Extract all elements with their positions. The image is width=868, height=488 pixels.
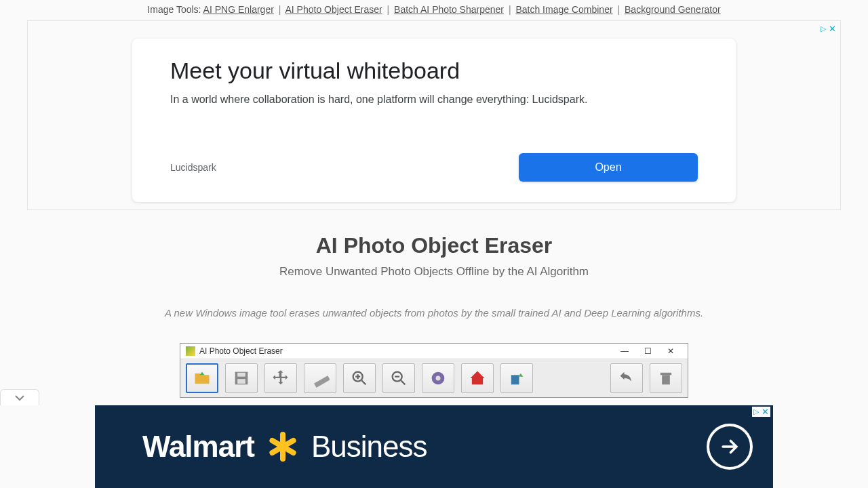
tool-link-png-enlarger[interactable]: AI PNG Enlarger	[203, 4, 274, 15]
gear-icon	[429, 369, 448, 388]
separator: |	[385, 4, 392, 15]
home-button	[461, 363, 494, 393]
ruler-icon	[311, 369, 330, 388]
tool-link-object-eraser[interactable]: AI Photo Object Eraser	[285, 4, 382, 15]
bottom-banner-ad[interactable]: ▷ ✕ Walmart Business	[95, 405, 773, 488]
business-text: Business	[311, 430, 427, 464]
app-screenshot: AI Photo Object Eraser — ☐ ✕	[180, 343, 688, 398]
save-icon	[232, 369, 251, 388]
open-file-button	[186, 363, 218, 393]
ad-open-button[interactable]: Open	[519, 153, 698, 182]
adchoices-icon[interactable]: ▷	[753, 407, 759, 416]
zoom-in-button	[343, 363, 376, 393]
close-ad-icon[interactable]: ✕	[762, 407, 769, 417]
move-button	[264, 363, 297, 393]
undo-icon	[617, 369, 636, 388]
save-button	[225, 363, 258, 393]
tools-label: Image Tools:	[147, 4, 201, 15]
walmart-text: Walmart	[142, 430, 254, 464]
folder-open-icon	[193, 369, 212, 388]
app-titlebar: AI Photo Object Eraser — ☐ ✕	[180, 344, 688, 359]
zoom-out-button	[382, 363, 415, 393]
page-subtitle: Remove Unwanted Photo Objects Offline by…	[0, 265, 868, 279]
tool-link-bg-generator[interactable]: Background Generator	[625, 4, 721, 15]
separator: |	[616, 4, 623, 15]
close-ad-icon[interactable]: ✕	[829, 24, 836, 34]
move-arrows-icon	[271, 369, 290, 388]
package-upload-icon	[507, 369, 526, 388]
collapse-ad-button[interactable]	[0, 389, 39, 405]
walmart-business-logo: Walmart Business	[142, 428, 427, 466]
walmart-spark-icon	[264, 428, 302, 466]
svg-rect-3	[314, 375, 330, 388]
ruler-button	[304, 363, 336, 393]
ad-bottom-row: Lucidspark Open	[170, 153, 698, 182]
chevron-down-icon	[14, 394, 25, 401]
bottom-ad-controls: ▷ ✕	[752, 407, 770, 417]
bottom-ad-container: ▷ ✕ Walmart Business	[0, 405, 868, 488]
arrow-right-icon	[718, 435, 741, 458]
update-button	[500, 363, 533, 393]
ad-controls: ▷ ✕	[821, 24, 836, 34]
undo-button	[610, 363, 643, 393]
adchoices-icon[interactable]: ▷	[821, 24, 826, 33]
minimize-icon: —	[613, 346, 636, 356]
ad-description: In a world where collaboration is hard, …	[170, 94, 698, 106]
zoom-in-icon	[350, 369, 369, 388]
page-title: AI Photo Object Eraser	[0, 233, 868, 258]
settings-button	[422, 363, 454, 393]
delete-button	[650, 363, 682, 393]
zoom-out-icon	[389, 369, 408, 388]
svg-point-7	[436, 376, 441, 381]
tool-link-image-combiner[interactable]: Batch Image Combiner	[515, 4, 612, 15]
page-tagline: A new Windows image tool erases unwanted…	[0, 307, 868, 319]
close-icon: ✕	[659, 346, 682, 356]
top-ad-container: ▷ ✕ Meet your virtual whiteboard In a wo…	[27, 20, 841, 210]
ad-arrow-button[interactable]	[707, 424, 753, 470]
app-icon	[186, 346, 195, 356]
svg-rect-9	[662, 375, 670, 384]
tool-link-photo-sharpener[interactable]: Batch AI Photo Sharpener	[394, 4, 504, 15]
maximize-icon: ☐	[636, 346, 659, 356]
svg-rect-10	[660, 373, 671, 375]
ad-card[interactable]: Meet your virtual whiteboard In a world …	[132, 39, 736, 202]
separator: |	[277, 4, 283, 15]
separator: |	[507, 4, 513, 15]
app-toolbar	[180, 359, 688, 397]
trash-icon	[656, 369, 675, 388]
svg-rect-8	[511, 375, 519, 384]
home-icon	[468, 369, 487, 388]
app-title: AI Photo Object Eraser	[199, 346, 613, 356]
svg-rect-2	[237, 379, 245, 384]
ad-headline: Meet your virtual whiteboard	[170, 58, 698, 84]
ad-brand: Lucidspark	[170, 162, 216, 173]
tools-bar: Image Tools: AI PNG Enlarger | AI Photo …	[0, 0, 868, 20]
svg-rect-1	[237, 373, 245, 377]
